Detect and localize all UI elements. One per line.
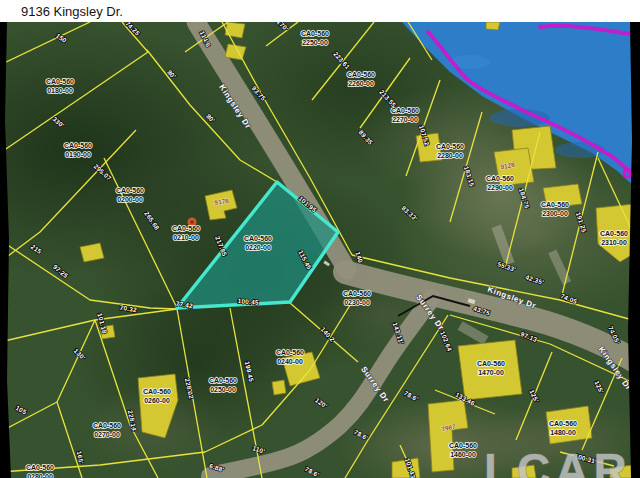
building-footprint (80, 243, 104, 262)
dimension-label: 130' (73, 347, 87, 361)
watermark: LCAR (484, 444, 632, 478)
parcel-id-label[interactable]: CA0-5602260-00 (347, 71, 375, 87)
parcel-line (0, 309, 177, 342)
dimension-label: 74.05 (560, 292, 579, 305)
page-title: 9136 Kingsley Dr. (21, 4, 123, 19)
dimension-label: 97.13 (520, 330, 539, 343)
dimension-label: 228.02 (184, 377, 195, 399)
map-viewport[interactable]: 15074.25114.6170'223.6180'80'93.75330'29… (0, 22, 640, 478)
parcel-id-label[interactable]: CA0-5600230-00 (343, 290, 371, 306)
dimension-label: 80' (205, 112, 217, 124)
dimension-label: 199.45 (244, 360, 255, 382)
parcel-line (0, 52, 148, 153)
parcel-id-label[interactable]: CA0-5600190-00 (64, 142, 92, 158)
building-footprint (428, 400, 468, 472)
parcel-line (0, 320, 95, 432)
dimension-label: 120' (314, 396, 329, 409)
parcel-id-label[interactable]: CA0-5602280-00 (436, 143, 464, 159)
selected-parcel-id-label[interactable]: CA0-5600220-00 (244, 235, 272, 251)
parcel-id-label[interactable]: CA0-5601460-00 (449, 442, 477, 458)
dimension-label: 125' (593, 379, 605, 394)
building-footprint (225, 22, 245, 38)
dimension-label: 42.35' (525, 273, 545, 286)
map-canvas: 15074.25114.6170'223.6180'80'93.75330'29… (0, 22, 640, 478)
dimension-label: 89.35 (357, 129, 374, 147)
dimension-label: 78.6' (353, 428, 370, 441)
dimension-label: 105 (14, 404, 28, 416)
image-edge-left (0, 22, 11, 478)
parcel-id-label[interactable]: CA0-5600270-00 (93, 422, 121, 438)
parcel-id-label[interactable]: CA0-5600280-00 (26, 464, 54, 478)
dimension-label: 215 (30, 243, 44, 255)
dimension-label: 70.32 (119, 304, 137, 313)
building-footprint (138, 374, 178, 438)
parcel-id-label[interactable]: CA0-5602310-00 (600, 230, 628, 246)
parcel-id-label[interactable]: CA0-5601480-00 (549, 420, 577, 436)
parcel-id-label[interactable]: CA0-5600180-00 (46, 78, 74, 94)
vehicle (323, 260, 330, 266)
dimension-label: 191.25 (575, 211, 588, 233)
parcel-line (0, 22, 90, 65)
parcel-id-label[interactable]: CA0-5600200-00 (116, 187, 144, 203)
dimension-label: 330' (51, 115, 66, 129)
building-footprint (272, 380, 286, 395)
parcel-id-label[interactable]: CA0-5602250-00 (301, 30, 329, 46)
dimension-label: 170' (276, 22, 290, 33)
dimension-label: 83.33' (400, 204, 419, 222)
dimension-label: 110' (252, 444, 267, 455)
dimension-label: 183.15 (463, 165, 476, 187)
parcel-id-label[interactable]: CA0-5600250-00 (209, 377, 237, 393)
parcel-id-label[interactable]: CA0-5600240-00 (276, 349, 304, 365)
driveway (548, 249, 571, 285)
selected-parcel-label-layer: CA0-5600220-00 (244, 235, 272, 251)
title-bar: 9136 Kingsley Dr. (0, 0, 640, 22)
dimension-label: 102.64 (439, 330, 453, 352)
parcel-id-label[interactable]: CA0-5600210-00 (172, 225, 200, 241)
dimension-label: 78.6' (304, 465, 321, 478)
dimension-label: 78.6' (403, 389, 420, 402)
parcel-id-label[interactable]: CA0-5600260-00 (143, 388, 171, 404)
dimension-label: 140 (354, 251, 364, 264)
app-window: 9136 Kingsley Dr. (0, 0, 640, 478)
dimension-label: 125' (528, 388, 540, 403)
dimension-label: 184.75 (518, 187, 531, 209)
dimension-label: 265.68 (143, 210, 161, 231)
parcel-id-label[interactable]: CA0-5602290-00 (486, 175, 514, 191)
parcel-id-label[interactable]: CA0-5602300-00 (541, 201, 569, 217)
building-footprint (486, 22, 500, 30)
parcel-id-label[interactable]: CA0-5601470-00 (477, 360, 505, 376)
dimension-label: 80' (166, 68, 178, 80)
parcel-id-label[interactable]: CA0-5602270-00 (391, 107, 419, 123)
parcel-line (104, 158, 177, 308)
